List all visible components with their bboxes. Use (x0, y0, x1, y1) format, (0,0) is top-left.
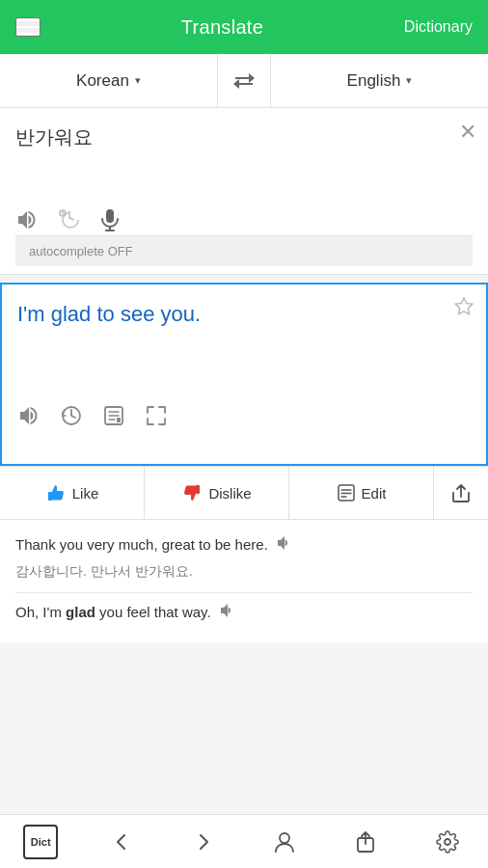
input-toolbar (15, 201, 473, 235)
source-language-button[interactable]: Korean ▾ (0, 54, 217, 107)
speaker-icon (15, 209, 39, 231)
history-icon (58, 208, 81, 231)
target-language-label: English (347, 71, 401, 91)
nav-dict-button[interactable]: Dict (0, 815, 81, 868)
output-speaker-icon (17, 405, 41, 426)
star-icon (453, 296, 474, 317)
favorite-button[interactable] (453, 296, 474, 323)
input-speaker-button[interactable] (15, 209, 39, 231)
expand-button[interactable] (145, 404, 168, 427)
target-language-button[interactable]: English ▾ (271, 54, 488, 107)
examples-section: Thank you very much, great to be here. 감… (0, 520, 488, 643)
example-2-en: Oh, I'm glad you feel that way. (15, 601, 473, 626)
dislike-label: Dislike (208, 485, 251, 502)
output-toolbar (17, 396, 471, 431)
swap-languages-button[interactable] (217, 54, 271, 107)
example-divider (15, 592, 473, 593)
like-label: Like (72, 485, 99, 502)
swap-icon (231, 71, 257, 91)
dict-icon: Dict (23, 825, 58, 859)
example-1-sound-icon[interactable] (276, 536, 293, 555)
app-title: Translate (181, 16, 263, 39)
source-language-label: Korean (76, 71, 129, 91)
expand-icon (145, 404, 168, 427)
edit-button[interactable]: Edit (289, 467, 434, 519)
source-text[interactable]: 반가워요 (15, 123, 473, 201)
example-2: Oh, I'm glad you feel that way. (15, 601, 473, 626)
dictionary-button[interactable]: Dictionary (404, 18, 473, 36)
app-header: Translate Dictionary (0, 0, 488, 54)
example-2-sound-icon[interactable] (219, 604, 236, 622)
like-button[interactable]: Like (0, 467, 145, 519)
svg-rect-11 (196, 485, 200, 494)
nav-settings-button[interactable] (407, 815, 488, 868)
svg-text:my: my (282, 852, 289, 854)
output-speaker-button[interactable] (17, 405, 41, 426)
bottom-navigation: Dict my (0, 814, 488, 868)
output-history-icon (60, 404, 83, 427)
menu-button[interactable] (15, 17, 41, 37)
share-icon (450, 482, 472, 503)
autocomplete-status: autocomplete OFF (15, 235, 473, 266)
output-area: I'm glad to see you. (0, 283, 488, 466)
phrasebook-button[interactable] (102, 404, 125, 427)
svg-point-16 (280, 833, 289, 843)
phrasebook-icon (102, 404, 125, 427)
translated-text[interactable]: I'm glad to see you. (17, 300, 471, 396)
svg-rect-9 (117, 418, 121, 422)
nav-back-button[interactable] (81, 815, 162, 868)
forward-icon (194, 831, 213, 853)
back-icon (112, 831, 131, 853)
nav-profile-button[interactable]: my (244, 815, 325, 868)
dislike-button[interactable]: Dislike (145, 467, 289, 519)
nav-forward-button[interactable] (163, 815, 244, 868)
source-lang-arrow-icon: ▾ (135, 74, 141, 87)
input-history-button[interactable] (58, 208, 81, 231)
nav-share-button[interactable] (325, 815, 406, 868)
like-icon (45, 482, 67, 503)
edit-icon (337, 483, 356, 502)
target-lang-arrow-icon: ▾ (406, 74, 412, 87)
example-1: Thank you very much, great to be here. 감… (15, 533, 473, 581)
example-1-en: Thank you very much, great to be here. (15, 533, 473, 558)
mic-icon (100, 208, 120, 231)
action-bar: Like Dislike Edit (0, 466, 488, 520)
share-button[interactable] (434, 467, 488, 519)
mic-button[interactable] (100, 208, 120, 231)
profile-icon: my (274, 830, 295, 854)
output-history-button[interactable] (60, 404, 83, 427)
nav-share-icon (355, 830, 376, 854)
dislike-icon (181, 482, 203, 503)
svg-rect-1 (106, 209, 114, 223)
edit-label: Edit (362, 485, 387, 502)
example-1-ko: 감사합니다. 만나서 반가워요. (15, 562, 473, 582)
svg-point-19 (445, 839, 450, 845)
language-bar: Korean ▾ English ▾ (0, 54, 488, 108)
input-area: 반가워요 ✕ autocomplete (0, 108, 488, 275)
settings-icon (436, 830, 459, 854)
svg-rect-10 (48, 492, 52, 501)
clear-button[interactable]: ✕ (459, 120, 476, 145)
